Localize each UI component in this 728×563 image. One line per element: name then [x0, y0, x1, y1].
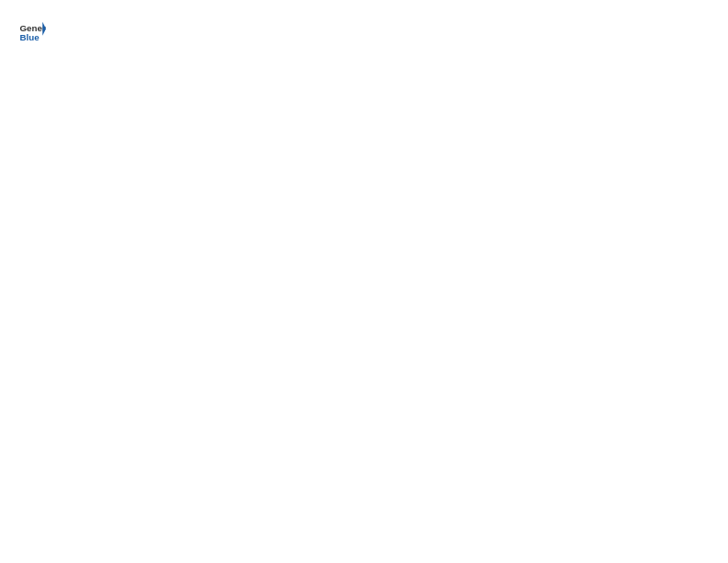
- svg-text:Blue: Blue: [20, 32, 40, 42]
- svg-text:General: General: [20, 23, 47, 33]
- logo-icon: General Blue: [18, 18, 46, 46]
- logo: General Blue: [18, 18, 46, 46]
- header: General Blue: [18, 18, 710, 46]
